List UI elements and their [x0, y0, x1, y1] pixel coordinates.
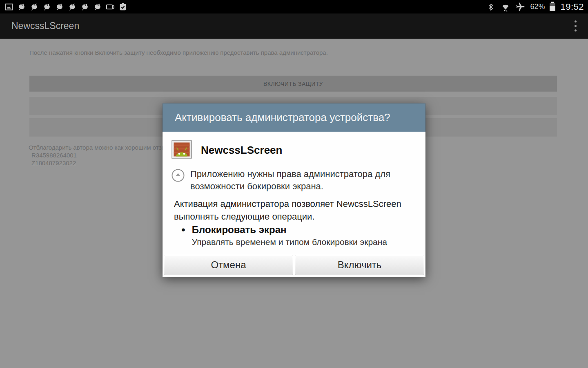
bird-icon — [55, 2, 65, 12]
bird-icon — [17, 2, 27, 12]
dialog-description: Активация администратора позволяет Newcs… — [174, 197, 413, 223]
overflow-menu-icon[interactable] — [571, 17, 580, 35]
status-bar: 62% 19:52 — [0, 0, 588, 13]
activate-button[interactable]: Включить — [295, 255, 424, 275]
policy-title: Блокировать экран — [192, 224, 387, 236]
dialog-title: Активировать администратора устройства? — [175, 111, 390, 124]
code-line-1: R345988264001 — [29, 151, 166, 159]
code-line-2: Z180487923022 — [29, 159, 166, 167]
bird-icon — [80, 2, 90, 12]
gallery-icon — [4, 2, 14, 12]
clipboard-check-icon — [118, 2, 128, 12]
app-bar: NewcssLScreen — [0, 13, 588, 39]
permission-summary-text: Приложению нужны права администратора дл… — [190, 168, 414, 193]
smart-rotate-icon — [105, 2, 115, 12]
thanks-block: Отблагодарить автора можно как хорошим о… — [29, 144, 166, 167]
thanks-text: Отблагодарить автора можно как хорошим о… — [29, 144, 166, 151]
permission-summary-row: Приложению нужны права администратора дл… — [171, 168, 414, 193]
dialog-app-name: NewcssLScreen — [201, 144, 282, 157]
android-screen: 62% 19:52 NewcssLScreen После нажатия кн… — [0, 0, 588, 368]
dialog-button-bar: Отмена Включить — [164, 255, 424, 275]
battery-percent: 62% — [530, 2, 545, 11]
clock: 19:52 — [560, 2, 584, 12]
notification-icons — [4, 2, 128, 12]
device-admin-dialog: Активировать администратора устройства? … — [163, 103, 425, 277]
bird-icon — [93, 2, 102, 12]
dialog-app-row: NewcssLScreen — [172, 140, 282, 160]
airplane-mode-icon — [515, 2, 525, 12]
bird-icon — [29, 2, 39, 12]
policy-item: Блокировать экран Управлять временем и т… — [181, 224, 387, 247]
system-status-icons: 62% 19:52 — [486, 2, 584, 12]
app-bar-title: NewcssLScreen — [11, 20, 79, 31]
bird-icon — [42, 2, 52, 12]
bluetooth-icon — [486, 2, 496, 12]
wifi-icon — [501, 2, 510, 12]
android-photo-frame-icon — [172, 140, 192, 160]
instruction-text: После нажатия кнопки Включить защиту нео… — [29, 49, 557, 56]
cancel-button[interactable]: Отмена — [164, 255, 293, 275]
battery-icon — [550, 3, 555, 11]
bullet-icon — [181, 224, 192, 247]
bird-icon — [67, 2, 77, 12]
dialog-header: Активировать администратора устройства? — [163, 103, 425, 132]
enable-protection-button[interactable]: ВКЛЮЧИТЬ ЗАЩИТУ — [29, 76, 557, 92]
collapse-arrow-icon[interactable] — [171, 168, 185, 193]
policy-description: Управлять временем и типом блокировки эк… — [192, 237, 387, 247]
